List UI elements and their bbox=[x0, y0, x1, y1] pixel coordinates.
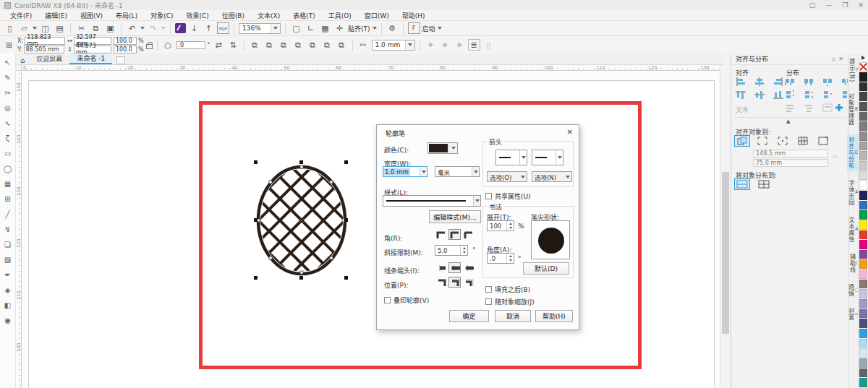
show-grid-icon[interactable]: ▦ bbox=[319, 22, 331, 34]
align-center-v-button[interactable] bbox=[752, 89, 767, 100]
position-outside-button[interactable] bbox=[435, 277, 447, 288]
freehand-tool[interactable]: ∿ bbox=[1, 117, 14, 129]
open-caret-icon[interactable] bbox=[33, 27, 37, 30]
intersect-button[interactable]: ⧉ bbox=[278, 39, 290, 51]
transparency-tool[interactable]: ▨ bbox=[1, 254, 14, 265]
snap-to-menu[interactable]: 贴齐(T) bbox=[348, 24, 370, 33]
lock-ratio-icon[interactable] bbox=[146, 44, 153, 49]
palette-swatch[interactable] bbox=[859, 171, 867, 181]
end-arrow-caret-icon[interactable] bbox=[558, 156, 562, 159]
create-boundary-button[interactable]: ⧉ bbox=[336, 39, 348, 51]
fill-behind-checkbox[interactable]: 填充之后(B) bbox=[485, 285, 530, 294]
home-icon[interactable]: ⌂ bbox=[16, 56, 29, 64]
no-color-swatch[interactable] bbox=[859, 62, 867, 72]
crop-tool[interactable]: ✂ bbox=[1, 87, 14, 98]
menu-item[interactable]: 视图(V) bbox=[75, 10, 109, 21]
scale-y-field[interactable]: 100.0 bbox=[114, 46, 137, 53]
palette-swatch[interactable] bbox=[859, 270, 867, 279]
text-wrap-icon[interactable]: ≣ bbox=[468, 39, 480, 51]
ellipse-tool[interactable]: ◯ bbox=[1, 163, 14, 174]
color-caret-icon[interactable] bbox=[451, 147, 456, 150]
wand-icon-2[interactable]: ✧ bbox=[439, 39, 451, 51]
menu-item[interactable]: 文件(F) bbox=[4, 10, 38, 21]
style-caret-icon[interactable] bbox=[475, 199, 480, 202]
distribute-top-button[interactable] bbox=[782, 89, 798, 100]
menu-item[interactable]: 窗口(W) bbox=[359, 10, 395, 21]
menu-item[interactable]: 对象(C) bbox=[145, 10, 179, 21]
launch-f-icon[interactable]: F bbox=[408, 22, 420, 34]
scrollbar-thumb[interactable] bbox=[722, 172, 729, 334]
close-button[interactable]: ✕ bbox=[858, 1, 864, 9]
palette-swatch[interactable] bbox=[859, 82, 867, 92]
share-attributes-checkbox[interactable]: 共享属性(U) bbox=[485, 191, 531, 201]
palette-scroll-button[interactable] bbox=[859, 53, 868, 62]
palette-swatch[interactable] bbox=[859, 319, 867, 328]
ok-button[interactable]: 确定 bbox=[449, 310, 489, 322]
spin-down-icon[interactable] bbox=[509, 259, 512, 262]
export-icon[interactable]: ↑ bbox=[203, 22, 215, 34]
dialog-close-icon[interactable]: ✕ bbox=[567, 128, 573, 136]
options-gear-icon[interactable]: ⚙ bbox=[386, 22, 399, 34]
menu-item[interactable]: 工具(O) bbox=[323, 10, 357, 21]
palette-swatch[interactable] bbox=[859, 358, 867, 368]
palette-swatch[interactable] bbox=[859, 280, 867, 289]
palette-swatch[interactable] bbox=[859, 92, 867, 101]
zoom-level-combo[interactable]: 136% bbox=[239, 23, 281, 34]
outline-tool[interactable]: ◉ bbox=[1, 314, 14, 326]
nib-shape-preview[interactable] bbox=[531, 220, 570, 259]
dimension-tool[interactable]: ╱ bbox=[1, 208, 14, 220]
spin-down-icon[interactable] bbox=[509, 227, 512, 229]
units-combo[interactable]: 毫米 bbox=[435, 166, 480, 177]
docker-tab-guidelines[interactable]: ⁞辅助线 bbox=[848, 251, 858, 275]
palette-swatch[interactable] bbox=[859, 121, 867, 131]
restore-button[interactable]: ❐ bbox=[842, 1, 848, 9]
vertical-scrollbar[interactable] bbox=[720, 65, 730, 388]
distribute-left-button[interactable] bbox=[782, 76, 798, 87]
rotation-angle-field[interactable]: .0 bbox=[176, 41, 205, 49]
menu-item[interactable]: 文本(X) bbox=[252, 10, 286, 21]
open-icon[interactable]: ▱ bbox=[18, 22, 30, 34]
pick-tool[interactable]: ↖ bbox=[1, 56, 14, 68]
shape-tool[interactable]: ✎ bbox=[1, 72, 14, 83]
palette-swatch[interactable] bbox=[859, 368, 867, 378]
start-arrow-caret-icon[interactable] bbox=[522, 156, 526, 159]
tab-untitled-document[interactable]: 未命名 -1 bbox=[69, 53, 112, 64]
trim-button[interactable]: ⧉ bbox=[263, 39, 276, 51]
start-arrow-combo[interactable] bbox=[495, 150, 527, 165]
width-combo[interactable]: 1.0 mm bbox=[383, 166, 427, 177]
spin-up-icon[interactable] bbox=[509, 255, 512, 257]
palette-swatch[interactable] bbox=[859, 112, 867, 121]
palette-swatch[interactable] bbox=[859, 348, 867, 358]
palette-swatch[interactable] bbox=[859, 220, 867, 230]
menu-item[interactable]: 位图(B) bbox=[216, 10, 250, 21]
new-document-icon[interactable]: ▯ bbox=[4, 22, 16, 34]
help-button[interactable]: 帮助(H) bbox=[535, 310, 573, 322]
eyedropper-tool[interactable]: ✒ bbox=[1, 269, 14, 280]
drop-shadow-tool[interactable]: ❏ bbox=[1, 238, 14, 250]
search-content-icon[interactable] bbox=[175, 23, 186, 33]
units-caret-icon[interactable] bbox=[474, 171, 478, 173]
artistic-media-tool[interactable]: ζ bbox=[1, 132, 14, 144]
cancel-button[interactable]: 取消 bbox=[495, 310, 531, 322]
outline-color-picker[interactable] bbox=[427, 142, 458, 154]
scale-x-field[interactable]: 100.0 bbox=[114, 37, 137, 45]
distribute-center-h-button[interactable] bbox=[801, 76, 817, 87]
menu-item[interactable]: 布局(L) bbox=[110, 10, 143, 21]
outline-width-combo[interactable]: 1.0 mm bbox=[372, 40, 415, 51]
paste-icon[interactable]: ▣ bbox=[104, 22, 116, 34]
options-end-dropdown[interactable]: 选项(N) bbox=[532, 171, 572, 182]
docker-close-icon[interactable]: ✕ bbox=[838, 56, 843, 62]
palette-swatch[interactable] bbox=[859, 201, 867, 210]
menu-item[interactable]: 编辑(E) bbox=[39, 10, 73, 21]
palette-swatch[interactable] bbox=[859, 289, 867, 298]
palette-swatch[interactable] bbox=[859, 230, 867, 240]
object-y-field[interactable]: 88.505 mm bbox=[24, 46, 64, 53]
distribute-center-v-button[interactable] bbox=[801, 89, 817, 100]
cut-icon[interactable]: ✂ bbox=[75, 22, 88, 34]
palette-swatch[interactable] bbox=[859, 329, 867, 338]
distribute-spacing-v-button[interactable] bbox=[820, 89, 835, 100]
palette-swatch[interactable] bbox=[859, 339, 867, 348]
weld-button[interactable]: ⧉ bbox=[249, 39, 261, 51]
position-inside-button[interactable] bbox=[462, 277, 475, 288]
account-icon[interactable]: ▢ bbox=[809, 1, 816, 9]
